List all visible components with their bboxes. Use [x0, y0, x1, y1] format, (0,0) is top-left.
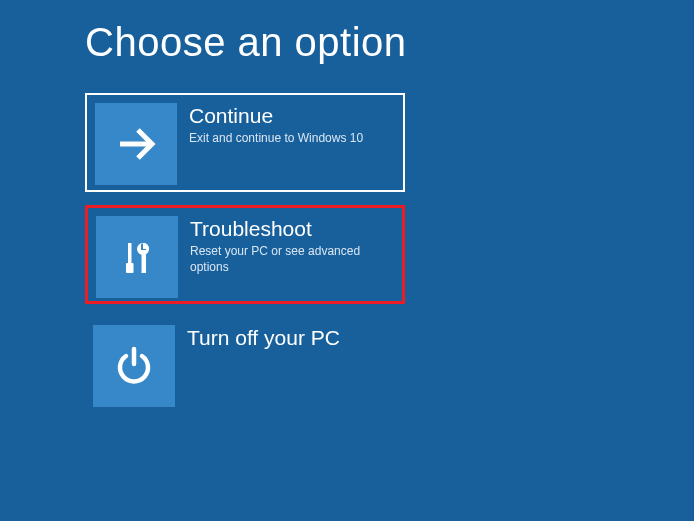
troubleshoot-option[interactable]: Troubleshoot Reset your PC or see advanc… [85, 205, 405, 304]
power-icon [93, 325, 175, 407]
continue-option[interactable]: Continue Exit and continue to Windows 10 [85, 93, 405, 192]
arrow-right-icon [95, 103, 177, 185]
continue-subtitle: Exit and continue to Windows 10 [189, 131, 363, 147]
turnoff-title: Turn off your PC [187, 325, 340, 350]
troubleshoot-subtitle: Reset your PC or see advanced options [190, 244, 394, 275]
page-title: Choose an option [85, 20, 694, 65]
troubleshoot-title: Troubleshoot [190, 216, 394, 241]
svg-rect-1 [128, 243, 132, 263]
tools-icon [96, 216, 178, 298]
continue-title: Continue [189, 103, 363, 128]
svg-rect-2 [126, 263, 134, 273]
turnoff-option[interactable]: Turn off your PC [85, 317, 405, 416]
